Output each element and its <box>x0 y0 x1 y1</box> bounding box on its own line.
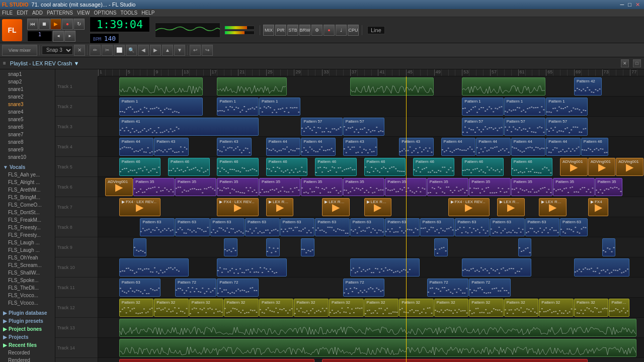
pattern-block-t7-p3[interactable]: ▶ LEX REV...▶ <box>322 198 350 216</box>
sidebar-fls-arethm[interactable]: FLS_ArethM... <box>2 186 53 194</box>
view-mixer-btn[interactable]: View mixer <box>2 45 37 56</box>
track-label-3[interactable]: Track 3 <box>55 117 98 137</box>
sidebar-fls-laugh1[interactable]: FLS_Laugh ... <box>2 239 53 246</box>
pattern-block-t6-p5[interactable]: Pattern 35 <box>301 178 342 196</box>
track-row-15[interactable] <box>98 358 644 362</box>
pattern-block-t12-p13[interactable]: Pattern 32 <box>574 299 609 317</box>
settings-btn[interactable]: ⚙ <box>311 25 323 36</box>
pattern-block-t6-p10[interactable]: Pattern 35 <box>511 178 552 196</box>
pattern-block-t12-p12[interactable]: Pattern 32 <box>539 299 574 317</box>
browser-btn[interactable]: BRW <box>299 25 310 36</box>
menu-patterns[interactable]: PATTERNS <box>47 10 73 16</box>
pattern-block-t15-p0[interactable] <box>119 359 314 362</box>
sidebar-item-snare9[interactable]: snare9 <box>2 146 53 153</box>
pattern-block-t8-p11[interactable]: Pattern 63 <box>525 218 560 236</box>
sidebar-item-snare8[interactable]: snare8 <box>2 138 53 146</box>
pattern-block-t9-p4[interactable] <box>434 238 448 256</box>
playlist-close[interactable]: ✕ <box>621 59 629 67</box>
pattern-block-t7-p8[interactable]: ▶ FX4▶ <box>588 198 609 216</box>
track-row-1[interactable]: Pattern 42 <box>98 76 644 97</box>
sidebar-plugin-presets-header[interactable]: ▶ Plugin presets <box>2 317 53 325</box>
sidebar-fls-freesty1[interactable]: FLS_Freesty... <box>2 224 53 231</box>
pattern-block-t14-p0[interactable] <box>119 339 636 357</box>
sidebar-item-snare10[interactable]: snare10 <box>2 153 53 161</box>
pattern-block-t4-p4[interactable]: Pattern 44 <box>301 138 336 156</box>
sidebar-fls-freakm[interactable]: FLS_FreakM... <box>2 216 53 224</box>
sidebar-project-bones-header[interactable]: ▶ Project bones <box>2 325 53 333</box>
pattern-block-t1-p4[interactable]: Pattern 42 <box>574 77 602 96</box>
pattern-block-t5-p7[interactable]: Pattern 46 <box>462 158 503 176</box>
pattern-block-t5-p11[interactable]: ADVing001▶ <box>616 158 643 176</box>
pattern-block-t6-p12[interactable]: Pattern 35 <box>595 178 623 196</box>
pattern-block-t5-p3[interactable]: Pattern 46 <box>266 158 307 176</box>
track-row-14[interactable] <box>98 338 644 358</box>
track-label-11[interactable]: Track 11 <box>55 278 98 298</box>
sidebar-item-snare6[interactable]: snare6 <box>2 123 53 131</box>
pattern-block-t12-p5[interactable]: Pattern 32 <box>294 299 329 317</box>
pattern-block-t3-p2[interactable]: Pattern 57 <box>343 118 384 136</box>
track-label-10[interactable]: Track 10 <box>55 257 98 278</box>
sidebar-fls-thedli[interactable]: FLS_TheDli... <box>2 284 53 292</box>
pattern-block-t6-p4[interactable]: Pattern 35 <box>259 178 300 196</box>
pattern-block-t4-p5[interactable]: Pattern 43 <box>343 138 378 156</box>
track-row-10[interactable] <box>98 257 644 278</box>
track-label-14[interactable]: Track 14 <box>55 338 98 358</box>
select-tool[interactable]: ⬜ <box>114 45 125 56</box>
pattern-block-t5-p1[interactable]: Pattern 46 <box>168 158 209 176</box>
transport-rewind[interactable]: ⏮ <box>27 19 38 30</box>
pattern-block-t4-p10[interactable]: Pattern 44 <box>546 138 581 156</box>
snap-selector[interactable]: Snap 3 Snap 1 Snap 2 None <box>42 46 73 55</box>
maximize-btn[interactable]: □ <box>626 2 633 8</box>
sidebar-fls-spoke[interactable]: FLS_Spoke... <box>2 277 53 284</box>
pattern-block-t8-p2[interactable]: Pattern 63 <box>210 218 245 236</box>
track-row-9[interactable] <box>98 237 644 257</box>
pattern-block-t3-p3[interactable]: Pattern 57 <box>462 118 503 136</box>
sidebar-fls-vcoco1[interactable]: FLS_Vcoco... <box>2 292 53 299</box>
track-row-3[interactable]: Pattern 41Pattern 57Pattern 57Pattern 57… <box>98 117 644 137</box>
pattern-block-t5-p6[interactable]: Pattern 46 <box>413 158 454 176</box>
pattern-block-t5-p0[interactable]: Pattern 46 <box>119 158 160 176</box>
menu-tools[interactable]: TOOLS <box>120 10 137 16</box>
sidebar-item-snare3[interactable]: snare3 <box>2 101 53 108</box>
pattern-block-t7-p2[interactable]: ▶ LEX REV...▶ <box>266 198 294 216</box>
track-row-8[interactable]: Pattern 63Pattern 63Pattern 63Pattern 63… <box>98 217 644 237</box>
pattern-block-t12-p1[interactable]: Pattern 32 <box>154 299 189 317</box>
pattern-block-t4-p8[interactable]: Pattern 44 <box>476 138 511 156</box>
transport-record[interactable]: ● <box>62 19 73 30</box>
step-seq-btn[interactable]: STB <box>287 25 298 36</box>
sidebar-recent-files-header[interactable]: ▶ Recent files <box>2 341 53 349</box>
pattern-block-t6-p9[interactable]: Pattern 35 <box>469 178 510 196</box>
pattern-block-t4-p9[interactable]: Pattern 44 <box>511 138 546 156</box>
pattern-block-t12-p10[interactable]: Pattern 32 <box>469 299 504 317</box>
pattern-block-t12-p6[interactable]: Pattern 32 <box>329 299 364 317</box>
pattern-block-t3-p5[interactable]: Pattern 57 <box>546 118 587 136</box>
redo-btn[interactable]: ↪ <box>202 45 213 56</box>
pattern-block-t7-p4[interactable]: ▶ LEX REV...▶ <box>364 198 392 216</box>
cut-tool[interactable]: ✂ <box>102 45 113 56</box>
track-label-8[interactable]: Track 8 <box>55 217 98 237</box>
track-label-15[interactable]: Track 15 <box>55 358 98 362</box>
sidebar-fls-laugh2[interactable]: FLS_Laugh ... <box>2 246 53 254</box>
minimize-btn[interactable]: ─ <box>618 2 626 8</box>
track-row-7[interactable]: ▶ FX4 · LEX REV...▶▶ FX4 · LEX REV...▶▶ … <box>98 197 644 217</box>
track-label-6[interactable]: Track 6 <box>55 177 98 197</box>
pattern-block-t1-p1[interactable] <box>217 77 286 96</box>
track-label-13[interactable]: Track 13 <box>55 318 98 338</box>
pattern-block-t12-p4[interactable]: Pattern 32 <box>259 299 294 317</box>
pattern-block-t5-p2[interactable]: Pattern 46 <box>217 158 258 176</box>
pattern-block-t4-p11[interactable]: Pattern 46 <box>581 138 609 156</box>
track-label-1[interactable]: Track 1 <box>55 76 98 97</box>
pattern-block-t5-p5[interactable]: Pattern 46 <box>364 158 406 176</box>
pattern-block-t7-p6[interactable]: ▶ LEX REV...▶ <box>497 198 525 216</box>
scroll-left[interactable]: ◀ <box>138 45 149 56</box>
sidebar-plugin-db-header[interactable]: ▶ Plugin database <box>2 309 53 317</box>
pattern-block-t8-p7[interactable]: Pattern 63 <box>385 218 420 236</box>
pattern-block-t2-p3[interactable]: Pattern 1 <box>462 98 503 116</box>
pattern-block-t9-p2[interactable] <box>266 238 280 256</box>
record2-btn[interactable]: ● <box>324 25 335 36</box>
pattern-block-t2-p2[interactable]: Pattern 1 <box>259 98 300 116</box>
pattern-block-t7-p0[interactable]: ▶ FX4 · LEX REV...▶ <box>119 198 160 216</box>
menu-edit[interactable]: EDIT <box>17 10 28 16</box>
scroll-right[interactable]: ▶ <box>150 45 161 56</box>
menu-options[interactable]: OPTIONS <box>94 10 116 16</box>
